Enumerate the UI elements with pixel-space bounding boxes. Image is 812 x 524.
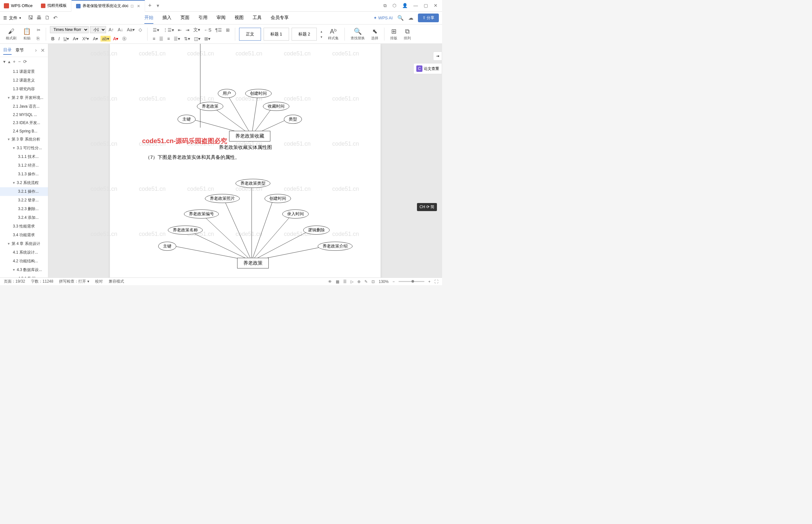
bullet-list-icon[interactable]: ☰▾: [151, 27, 161, 33]
style-h1[interactable]: 标题 1: [264, 28, 289, 40]
document-area[interactable]: code51.cncode51.cncode51.cncode51.cncode…: [48, 44, 442, 277]
tab-close-icon[interactable]: ✕: [137, 4, 140, 9]
file-menu[interactable]: ☰ 文件 ▾: [3, 15, 25, 21]
menu-tab-review[interactable]: 审阅: [217, 12, 226, 24]
thesis-check-button[interactable]: C 论文查重: [413, 63, 442, 74]
proofing-status[interactable]: 校对: [95, 279, 103, 284]
play-icon[interactable]: ▷: [351, 279, 353, 284]
nav-next-icon[interactable]: ›: [35, 47, 37, 53]
remove-icon[interactable]: −: [18, 59, 21, 64]
circle-char-icon[interactable]: ㊔: [121, 35, 128, 42]
align-left-icon[interactable]: ≡: [151, 35, 156, 42]
font-size-select[interactable]: 小四: [90, 26, 106, 33]
minimize-button[interactable]: —: [413, 3, 418, 9]
clear-format-icon[interactable]: ◇: [137, 27, 144, 33]
nav-item[interactable]: 1.1 课题背景: [0, 67, 48, 76]
avatar-icon[interactable]: 👤: [402, 3, 408, 9]
strike-icon[interactable]: A̶▾: [71, 35, 80, 42]
grow-font-icon[interactable]: A↑: [107, 27, 115, 33]
superscript-icon[interactable]: X²▾: [81, 35, 90, 42]
nav-item[interactable]: 2.4 Spring B...: [0, 127, 48, 135]
nav-item[interactable]: 3.1.3 操作...: [0, 170, 48, 179]
shading-icon[interactable]: ◫▾: [193, 35, 202, 42]
nav-item[interactable]: ▾3.2 系统流程: [0, 179, 48, 187]
select-group[interactable]: ⬉ 选择: [369, 28, 380, 40]
nav-item[interactable]: 2.3 IDEA 开发...: [0, 119, 48, 127]
zoom-level[interactable]: 130%: [379, 279, 388, 284]
nav-item[interactable]: 4.2 功能结构...: [0, 257, 48, 265]
menu-tab-tools[interactable]: 工具: [253, 12, 262, 24]
menu-tab-reference[interactable]: 引用: [198, 12, 208, 24]
add-icon[interactable]: +: [13, 59, 15, 64]
nav-item[interactable]: 3.2.3 删除...: [0, 204, 48, 213]
expand-down-icon[interactable]: ▾: [3, 59, 5, 64]
style-set-group[interactable]: Aᵇ 样式集: [326, 28, 341, 40]
zoom-in-icon[interactable]: +: [428, 279, 430, 284]
menu-tab-insert[interactable]: 插入: [162, 12, 171, 24]
tab-add-button[interactable]: +: [145, 2, 155, 9]
menu-tab-start[interactable]: 开始: [144, 12, 153, 24]
phonetic-icon[interactable]: ←S: [203, 27, 213, 33]
tab-pin-icon[interactable]: ⊡: [131, 4, 134, 9]
order-group[interactable]: ⧉ 排列: [402, 28, 413, 40]
font-name-select[interactable]: Times New Roman: [50, 26, 88, 33]
cut-icon[interactable]: ✂: [35, 27, 42, 33]
underline-icon[interactable]: U▾: [62, 35, 70, 42]
fullscreen-icon[interactable]: ⛶: [434, 279, 438, 284]
tab-more-icon[interactable]: ▾: [155, 3, 161, 9]
save-icon[interactable]: 🖫: [28, 15, 33, 21]
multi-window-icon[interactable]: ⧉: [383, 3, 387, 9]
nav-item[interactable]: 1.3 研究内容: [0, 85, 48, 94]
change-case-icon[interactable]: Aa▾: [126, 27, 136, 33]
highlight-icon[interactable]: ab▾: [101, 36, 111, 42]
collapse-up-icon[interactable]: ▴: [8, 59, 10, 64]
nav-item[interactable]: 3.4 功能需求: [0, 231, 48, 240]
nav-item[interactable]: ▾第 2 章 开发环境...: [0, 94, 48, 102]
pen-icon[interactable]: ✎: [364, 279, 368, 284]
nav-item[interactable]: 4.1 系统设计...: [0, 248, 48, 257]
undo-icon[interactable]: ↶: [53, 15, 57, 21]
nav-item[interactable]: 3.3 性能需求: [0, 222, 48, 231]
style-down-icon[interactable]: ▾: [319, 34, 324, 39]
shrink-font-icon[interactable]: A↓: [116, 27, 124, 33]
nav-tab-chapter[interactable]: 章节: [15, 46, 24, 54]
nav-item[interactable]: ▾第 3 章 系统分析: [0, 135, 48, 144]
zoom-out-icon[interactable]: −: [393, 279, 395, 284]
text-effect-icon[interactable]: A▾: [92, 35, 99, 42]
page-view-icon[interactable]: ▦: [336, 279, 339, 284]
cube-icon[interactable]: ⬡: [393, 3, 396, 9]
format-painter-group[interactable]: 🖌 格式刷: [4, 28, 18, 40]
nav-item[interactable]: 3.1.2 经济...: [0, 161, 48, 170]
focus-icon[interactable]: ⊡: [371, 279, 375, 284]
compat-mode-status[interactable]: 兼容模式: [109, 279, 124, 284]
nav-item[interactable]: 2.1 Java 语言...: [0, 102, 48, 111]
italic-icon[interactable]: I: [57, 35, 61, 42]
cloud-icon[interactable]: ☁: [408, 15, 413, 21]
search-icon[interactable]: 🔍: [397, 15, 404, 21]
menu-tab-page[interactable]: 页面: [180, 12, 189, 24]
eye-icon[interactable]: 👁: [328, 279, 332, 284]
nav-item[interactable]: 3.2.2 登录...: [0, 196, 48, 204]
find-replace-group[interactable]: 🔍 查找替换: [349, 28, 367, 40]
nav-item[interactable]: 2.2 MYSQL ...: [0, 111, 48, 119]
print-preview-icon[interactable]: 🗋: [45, 15, 50, 21]
text-direction-icon[interactable]: 文▾: [192, 27, 201, 33]
bold-icon[interactable]: B: [50, 35, 56, 42]
nav-item[interactable]: 3.1.1 技术...: [0, 152, 48, 161]
ime-indicator[interactable]: CH ⟳ 简: [417, 203, 437, 211]
page-indicator[interactable]: 页面：19/32: [4, 279, 25, 284]
nav-tab-outline[interactable]: 目录: [3, 46, 12, 55]
nav-item[interactable]: 3.2.1 操作...: [0, 187, 48, 196]
indent-dec-icon[interactable]: ⇤: [177, 27, 183, 33]
tab-document[interactable]: 养老保险管理系统论文.doc ⊡ ✕: [71, 0, 145, 12]
nav-close-icon[interactable]: ✕: [40, 47, 45, 53]
menu-tab-view[interactable]: 视图: [235, 12, 244, 24]
zoom-slider[interactable]: [399, 281, 424, 282]
nav-item[interactable]: 1.2 课题意义: [0, 76, 48, 85]
maximize-button[interactable]: ▢: [424, 3, 428, 9]
menu-tab-member[interactable]: 会员专享: [271, 12, 289, 24]
style-h2[interactable]: 标题 2: [292, 28, 317, 40]
nav-item[interactable]: 3.2.4 添加...: [0, 213, 48, 222]
print-icon[interactable]: 🖶: [36, 15, 42, 21]
style-up-icon[interactable]: ▴: [319, 29, 324, 34]
